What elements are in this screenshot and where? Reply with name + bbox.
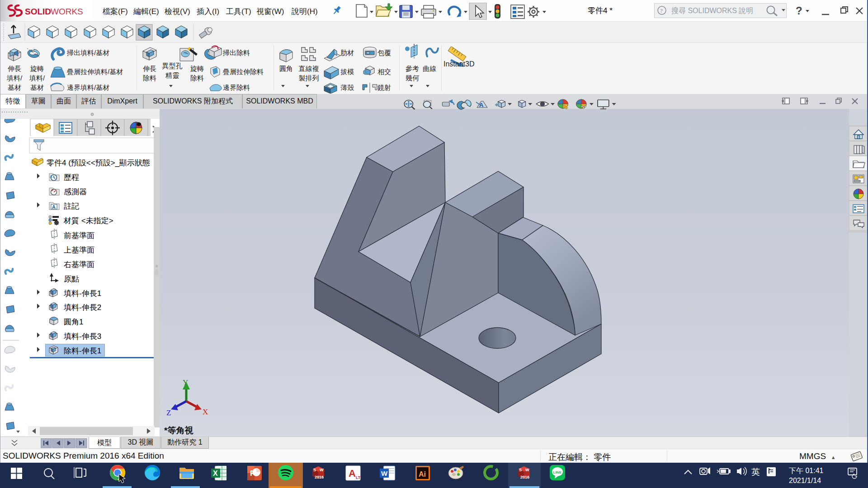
svg-text:*等角視: *等角視	[164, 426, 193, 435]
svg-text:A: A	[479, 102, 484, 108]
svg-text:LT: LT	[356, 475, 361, 480]
svg-text:2021/1/14: 2021/1/14	[789, 477, 821, 484]
svg-text:A: A	[52, 204, 56, 210]
svg-text:Y: Y	[183, 378, 188, 387]
svg-text:S: S	[519, 468, 522, 472]
svg-text:2016: 2016	[315, 475, 324, 479]
svg-text:S: S	[313, 468, 316, 472]
svg-text:?: ?	[660, 7, 663, 14]
svg-text:WORKS: WORKS	[51, 7, 83, 16]
svg-text:X: X	[203, 408, 208, 416]
svg-text:LINE: LINE	[553, 470, 562, 474]
svg-text:英: 英	[751, 467, 760, 477]
svg-text:2016: 2016	[520, 475, 529, 479]
svg-text:X: X	[213, 469, 218, 477]
svg-text:W: W	[525, 468, 529, 472]
svg-text:A: A	[349, 468, 356, 479]
svg-text:Z: Z	[166, 408, 171, 417]
svg-text:?: ?	[796, 5, 802, 17]
svg-text:下午 01:41: 下午 01:41	[789, 467, 824, 474]
svg-text:Ai: Ai	[419, 470, 426, 478]
svg-text:SOLID: SOLID	[25, 7, 51, 16]
svg-text:P: P	[250, 469, 255, 478]
svg-text:W: W	[320, 468, 324, 472]
svg-text:W: W	[381, 469, 388, 477]
